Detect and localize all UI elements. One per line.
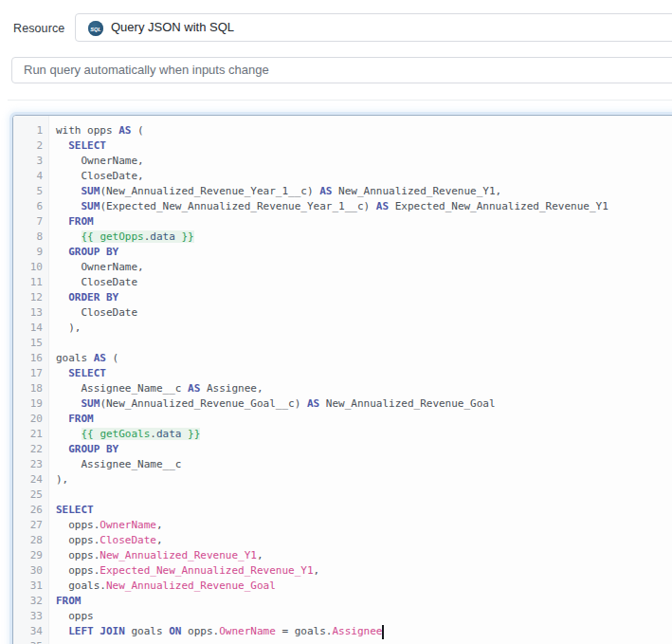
code-line: CloseDate: [56, 305, 672, 321]
line-number: 26: [13, 503, 48, 518]
code-line: SUM(New_Annualized_Revenue_Goal__c) AS N…: [56, 396, 672, 412]
code-line: GROUP BY: [56, 245, 672, 260]
code-line: [56, 639, 672, 644]
code-line: opps.CloseDate,: [56, 533, 672, 548]
line-number: 8: [13, 230, 48, 245]
line-number: 32: [13, 594, 48, 609]
code-line: FROM: [56, 412, 672, 427]
code-line: OwnerName,: [56, 154, 672, 169]
line-number: 2: [13, 138, 48, 154]
line-number: 1: [13, 123, 48, 138]
code-line: SELECT: [56, 366, 672, 381]
code-line: opps.OwnerName,: [56, 518, 672, 533]
line-number: 29: [13, 548, 48, 563]
code-line: ORDER BY: [56, 290, 672, 305]
code-line: LEFT JOIN goals ON opps.OwnerName = goal…: [56, 624, 672, 639]
line-number: 34: [13, 624, 48, 639]
text-cursor: [382, 625, 383, 639]
line-number: 11: [13, 275, 48, 290]
line-number: 16: [13, 351, 48, 366]
code-line: FROM: [56, 594, 672, 609]
line-number: 25: [13, 488, 48, 503]
code-line: opps.New_Annualized_Revenue_Y1,: [56, 548, 672, 563]
resource-select[interactable]: SQL Query JSON with SQL: [75, 13, 672, 42]
line-number-gutter: 1234567891011121314151617181920212223242…: [13, 116, 49, 644]
line-number: 14: [13, 321, 48, 336]
resource-label: Resource: [13, 22, 64, 35]
sql-code-editor[interactable]: 1234567891011121314151617181920212223242…: [12, 115, 672, 644]
line-number: 19: [13, 396, 48, 412]
line-number: 4: [13, 169, 48, 184]
code-line: SELECT: [56, 503, 672, 518]
code-line: goals.New_Annualized_Revenue_Goal: [56, 579, 672, 594]
code-line: CloseDate: [56, 275, 672, 290]
code-line: GROUP BY: [56, 442, 672, 457]
code-line: {{ getOpps.data }}: [56, 230, 672, 245]
line-number: 33: [13, 609, 48, 624]
line-number: 17: [13, 366, 48, 381]
run-mode-value: Run query automatically when inputs chan…: [24, 63, 269, 77]
code-line: SUM(Expected_New_Annualized_Revenue_Year…: [56, 199, 672, 214]
line-number: 13: [13, 305, 48, 321]
line-number: 18: [13, 381, 48, 396]
code-line: CloseDate,: [56, 169, 672, 184]
code-line: opps: [56, 609, 672, 624]
code-line: Assignee_Name__c: [56, 457, 672, 472]
code-line: [56, 336, 672, 351]
resource-select-value: Query JSON with SQL: [111, 20, 234, 34]
code-content[interactable]: with opps AS ( SELECT OwnerName, CloseDa…: [49, 116, 672, 644]
code-line: [56, 488, 672, 503]
code-line: goals AS (: [56, 351, 672, 366]
section-divider: [8, 100, 672, 101]
line-number: 23: [13, 457, 48, 472]
line-number: 20: [13, 412, 48, 427]
line-number: 30: [13, 563, 48, 579]
svg-text:SQL: SQL: [90, 27, 101, 32]
line-number: 9: [13, 245, 48, 260]
line-number: 5: [13, 184, 48, 199]
code-line: FROM: [56, 214, 672, 230]
line-number: 15: [13, 336, 48, 351]
line-number: 10: [13, 260, 48, 275]
code-line: SUM(New_Annualized_Revenue_Year_1__c) AS…: [56, 184, 672, 199]
code-line: ),: [56, 472, 672, 488]
code-line: ),: [56, 321, 672, 336]
code-line: Assignee_Name__c AS Assignee,: [56, 381, 672, 396]
line-number: 6: [13, 199, 48, 214]
sql-resource-icon: SQL: [88, 21, 103, 36]
code-line: with opps AS (: [56, 123, 672, 138]
line-number: 22: [13, 442, 48, 457]
code-line: opps.Expected_New_Annualized_Revenue_Y1,: [56, 563, 672, 579]
line-number: 35: [13, 639, 48, 644]
code-line: {{ getGoals.data }}: [56, 427, 672, 442]
line-number: 27: [13, 518, 48, 533]
line-number: 28: [13, 533, 48, 548]
run-mode-select[interactable]: Run query automatically when inputs chan…: [11, 57, 672, 83]
code-line: SELECT: [56, 138, 672, 154]
code-line: OwnerName,: [56, 260, 672, 275]
line-number: 31: [13, 579, 48, 594]
line-number: 7: [13, 214, 48, 230]
line-number: 21: [13, 427, 48, 442]
line-number: 24: [13, 472, 48, 488]
line-number: 3: [13, 154, 48, 169]
line-number: 12: [13, 290, 48, 305]
